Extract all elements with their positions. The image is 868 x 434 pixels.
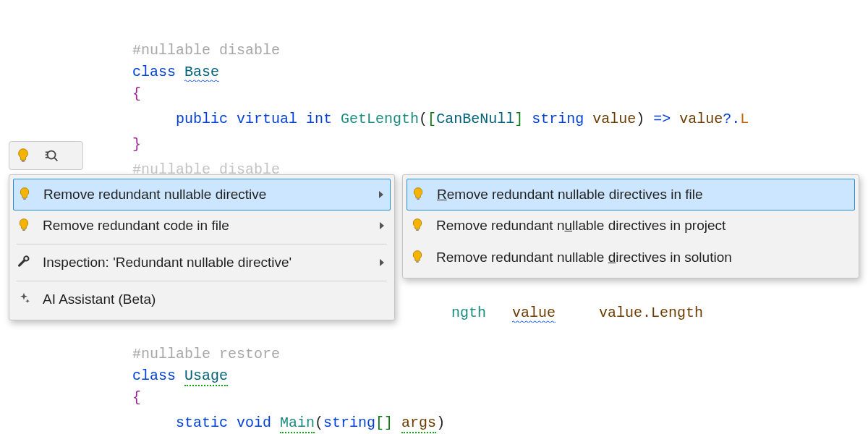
sparkle-icon bbox=[17, 292, 33, 307]
lightbulb-icon bbox=[17, 218, 33, 234]
submenu-item-project[interactable]: Remove redundant nullable directives in … bbox=[403, 210, 859, 242]
main-decl: static void Main(string[] args) bbox=[141, 391, 445, 434]
svg-rect-10 bbox=[416, 261, 419, 263]
menu-item-remove-file[interactable]: Remove redundant code in file bbox=[9, 210, 394, 242]
obscured-code: ngthxxxvaluexxxxxvalue.Length bbox=[417, 281, 703, 346]
menu-item-ai-assistant[interactable]: AI Assistant (Beta) bbox=[9, 284, 394, 315]
menu-item-remove-directive[interactable]: Remove redundant nullable directive bbox=[13, 179, 391, 210]
svg-rect-9 bbox=[416, 229, 419, 231]
chevron-right-icon bbox=[380, 259, 384, 266]
menu-separator bbox=[17, 281, 387, 281]
submenu-label: Remove redundant nullable directives in … bbox=[436, 218, 848, 234]
svg-rect-7 bbox=[22, 229, 25, 231]
menu-label: AI Assistant (Beta) bbox=[43, 292, 384, 307]
submenu-item-solution[interactable]: Remove redundant nullable directives in … bbox=[403, 242, 859, 273]
chevron-right-icon bbox=[380, 222, 384, 229]
svg-rect-0 bbox=[22, 161, 25, 162]
lightbulb-icon[interactable] bbox=[15, 148, 31, 163]
lightbulb-icon bbox=[410, 218, 426, 234]
svg-rect-6 bbox=[23, 198, 26, 200]
menu-label: Inspection: 'Redundant nullable directiv… bbox=[43, 255, 370, 271]
lightbulb-icon bbox=[17, 187, 33, 203]
menu-label: Remove redundant code in file bbox=[43, 218, 370, 234]
submenu-label: Remove redundant nullable directives in … bbox=[437, 187, 848, 203]
chevron-right-icon bbox=[379, 191, 383, 198]
brace-open-3: { bbox=[141, 416, 184, 434]
submenu-label: Remove redundant nullable directives in … bbox=[436, 250, 848, 265]
lightbulb-icon bbox=[411, 187, 427, 203]
svg-point-1 bbox=[48, 151, 56, 159]
menu-label: Remove redundant nullable directive bbox=[43, 187, 369, 203]
quick-fix-submenu: Remove redundant nullable directives in … bbox=[402, 174, 859, 278]
quick-fix-toolbar[interactable] bbox=[9, 141, 83, 170]
submenu-item-file[interactable]: Remove redundant nullable directives in … bbox=[407, 179, 855, 210]
svg-line-2 bbox=[54, 158, 57, 161]
menu-item-inspection[interactable]: Inspection: 'Redundant nullable directiv… bbox=[9, 247, 394, 278]
lightbulb-icon bbox=[410, 250, 426, 265]
inspect-icon[interactable] bbox=[44, 148, 60, 163]
svg-rect-8 bbox=[417, 198, 420, 200]
menu-separator bbox=[17, 244, 387, 244]
wrench-icon bbox=[17, 255, 33, 271]
quick-fix-menu: Remove redundant nullable directive Remo… bbox=[9, 174, 395, 320]
brace-open-2: { bbox=[98, 365, 141, 430]
